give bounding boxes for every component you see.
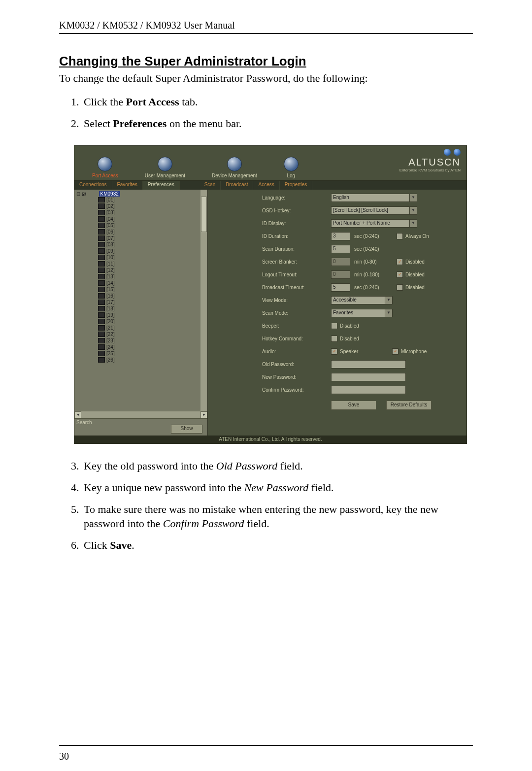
logout-disabled-checkbox[interactable]: ✓ <box>397 271 403 278</box>
log-icon <box>284 157 299 171</box>
port-icon <box>98 325 105 331</box>
tab-scan[interactable]: Scan <box>200 181 221 190</box>
view-mode-select[interactable]: Accessible▼ <box>331 296 393 304</box>
id-duration-input[interactable]: 3 <box>331 232 350 240</box>
section-title: Changing the Super Administrator Login <box>59 54 473 69</box>
search-panel: Search Show <box>74 418 207 436</box>
scroll-left-icon[interactable]: ◂ <box>74 411 81 418</box>
tree-root[interactable]: KM0932 <box>99 191 120 197</box>
bottom-rule <box>59 745 473 746</box>
tree-port[interactable]: [12] <box>98 267 207 273</box>
tree-port[interactable]: [14] <box>98 280 207 286</box>
old-password-input[interactable] <box>331 360 406 369</box>
step-3: Key the old password into the Old Passwo… <box>82 459 473 473</box>
tree-port[interactable]: [09] <box>98 248 207 254</box>
tree-hscroll[interactable]: ◂ ▸ <box>74 411 207 418</box>
step-1: Click the Port Access tab. <box>82 95 473 109</box>
nav-icons: Port Access User Management Device Manag… <box>77 157 299 180</box>
tree-port[interactable]: [02] <box>98 203 207 209</box>
tree-port[interactable]: [22] <box>98 331 207 337</box>
port-icon <box>98 319 105 324</box>
tab-preferences[interactable]: Preferences <box>143 181 180 190</box>
new-password-input[interactable] <box>331 373 406 381</box>
user-mgmt-icon <box>158 157 172 171</box>
osd-hotkey-select[interactable]: [Scroll Lock] [Scroll Lock]▼ <box>331 206 417 215</box>
chevron-down-icon: ▼ <box>385 309 392 317</box>
port-tree[interactable]: ⊟ 🖳 KM0932 [01][02][03][04][05][06][07][… <box>74 190 207 411</box>
save-button[interactable]: Save <box>331 401 376 410</box>
show-button[interactable]: Show <box>171 425 202 434</box>
tree-port[interactable]: [15] <box>98 286 207 293</box>
tab-access[interactable]: Access <box>253 181 279 190</box>
tab-properties[interactable]: Properties <box>280 181 313 190</box>
tree-port[interactable]: [25] <box>98 350 207 357</box>
tree-port[interactable]: [10] <box>98 254 207 261</box>
scan-mode-select[interactable]: Favorites▼ <box>331 309 393 317</box>
tree-port[interactable]: [19] <box>98 312 207 318</box>
tree-port[interactable]: [13] <box>98 273 207 280</box>
tree-port[interactable]: [08] <box>98 241 207 248</box>
tree-port[interactable]: [16] <box>98 293 207 299</box>
broadcast-timeout-input[interactable]: 5 <box>331 283 350 292</box>
tree-port[interactable]: [24] <box>98 344 207 350</box>
speaker-checkbox[interactable]: ✓ <box>331 348 337 355</box>
port-icon <box>98 312 105 318</box>
tree-port[interactable]: [20] <box>98 318 207 325</box>
port-icon <box>98 197 105 202</box>
tab-connections[interactable]: Connections <box>74 181 112 190</box>
tree-port[interactable]: [05] <box>98 222 207 229</box>
tree-port[interactable]: [26] <box>98 357 207 363</box>
tree-port[interactable]: [18] <box>98 305 207 312</box>
nav-user-mgmt[interactable]: User Management <box>145 157 185 178</box>
beeper-checkbox[interactable] <box>331 323 337 329</box>
nav-port-access[interactable]: Port Access <box>92 157 118 178</box>
tree-port[interactable]: [11] <box>98 261 207 267</box>
brand-area: ALTUSCN Enterprise KVM Solutions by ATEN <box>399 149 461 172</box>
nav-log[interactable]: Log <box>284 157 299 178</box>
tree-port[interactable]: [03] <box>98 209 207 216</box>
microphone-checkbox[interactable]: ✓ <box>392 348 399 355</box>
port-icon <box>98 287 105 292</box>
tree-port[interactable]: [04] <box>98 216 207 222</box>
tree-port[interactable]: [23] <box>98 337 207 344</box>
port-access-icon <box>98 157 112 171</box>
help-icon[interactable] <box>444 149 451 156</box>
nav-device-mgmt[interactable]: Device Management <box>212 157 257 178</box>
port-icon <box>98 216 105 222</box>
tab-broadcast[interactable]: Broadcast <box>221 181 253 190</box>
always-on-checkbox[interactable] <box>397 233 403 239</box>
logout-icon[interactable] <box>454 149 461 156</box>
port-icon <box>98 280 105 286</box>
hotkey-cmd-checkbox[interactable] <box>331 335 337 342</box>
tree-port[interactable]: [17] <box>98 299 207 305</box>
scroll-right-icon[interactable]: ▸ <box>200 411 207 418</box>
scan-duration-input[interactable]: 5 <box>331 245 350 253</box>
page-number: 30 <box>59 751 473 762</box>
broadcast-disabled-checkbox[interactable] <box>397 284 403 291</box>
port-icon <box>98 223 105 228</box>
tree-port[interactable]: [01] <box>98 197 207 203</box>
tree-port[interactable]: [07] <box>98 235 207 241</box>
tree-port[interactable]: [21] <box>98 325 207 331</box>
screen-blanker-input[interactable]: 0 <box>331 258 350 266</box>
port-icon <box>98 210 105 215</box>
brand-logo: ALTUSCN <box>399 157 461 168</box>
restore-defaults-button[interactable]: Restore Defaults <box>386 401 432 410</box>
logout-timeout-input[interactable]: 0 <box>331 270 350 279</box>
step-4: Key a unique new password into the New P… <box>82 480 473 495</box>
steps-list-bottom: Key the old password into the Old Passwo… <box>59 459 473 552</box>
tree-scrollbar[interactable] <box>200 190 207 411</box>
chevron-down-icon: ▼ <box>409 194 417 201</box>
step-2: Select Preferences on the menu bar. <box>82 116 473 131</box>
brand-sub: Enterprise KVM Solutions by ATEN <box>399 168 461 172</box>
language-select[interactable]: English▼ <box>331 194 417 202</box>
tab-favorites[interactable]: Favorites <box>112 181 143 190</box>
search-label: Search <box>76 420 92 425</box>
blanker-disabled-checkbox[interactable]: ✓ <box>397 259 403 265</box>
chevron-down-icon: ▼ <box>385 297 392 304</box>
port-icon <box>98 248 105 254</box>
tree-port[interactable]: [06] <box>98 229 207 235</box>
confirm-password-input[interactable] <box>331 386 406 394</box>
id-display-select[interactable]: Port Number + Port Name▼ <box>331 219 417 228</box>
port-icon <box>98 203 105 209</box>
